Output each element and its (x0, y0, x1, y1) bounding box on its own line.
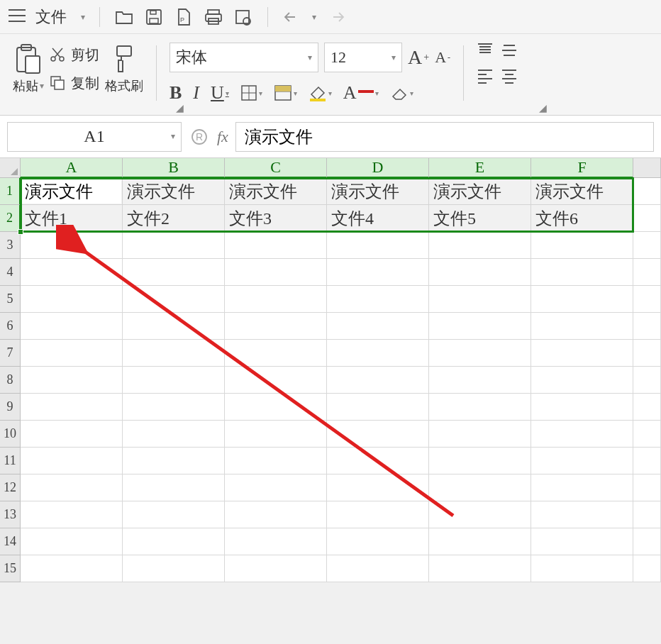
cell[interactable] (225, 394, 327, 421)
cell[interactable] (21, 394, 123, 421)
cell[interactable] (429, 474, 531, 501)
cell[interactable] (633, 340, 661, 367)
row-header[interactable]: 2 (0, 205, 21, 232)
cell[interactable]: 演示文件 (225, 178, 327, 205)
cell[interactable] (327, 232, 429, 259)
cell[interactable] (429, 421, 531, 448)
row-header[interactable]: 12 (0, 474, 21, 501)
cell[interactable] (21, 501, 123, 528)
save-icon[interactable] (144, 7, 164, 27)
cell[interactable] (531, 259, 633, 286)
cell[interactable] (633, 555, 661, 582)
cell[interactable]: 演示文件 (327, 178, 429, 205)
cell[interactable]: 文件1 (21, 205, 123, 232)
cell[interactable] (123, 286, 225, 313)
eraser-button[interactable]: ▾ (390, 85, 413, 101)
cell[interactable]: 文件6 (531, 205, 633, 232)
cell[interactable] (225, 474, 327, 501)
format-painter-button[interactable]: 格式刷 (105, 43, 143, 94)
row-header[interactable]: 7 (0, 340, 21, 367)
grow-font-button[interactable]: A+ (408, 46, 429, 69)
cell[interactable] (123, 448, 225, 474)
cell[interactable] (21, 286, 123, 313)
cell[interactable] (123, 474, 225, 501)
row-header[interactable]: 14 (0, 528, 21, 555)
cell[interactable]: 文件4 (327, 205, 429, 232)
row-header[interactable]: 4 (0, 259, 21, 286)
font-name-combo[interactable]: 宋体 ▾ (170, 43, 318, 72)
cell[interactable]: 演示文件 (21, 178, 123, 205)
cell[interactable] (633, 528, 661, 555)
cell[interactable] (327, 313, 429, 340)
row-header[interactable]: 6 (0, 313, 21, 340)
undo-icon[interactable] (282, 7, 302, 27)
cell[interactable] (327, 501, 429, 528)
cell[interactable] (225, 286, 327, 313)
row-header[interactable]: 13 (0, 501, 21, 528)
cell[interactable] (531, 286, 633, 313)
cell[interactable] (531, 474, 633, 501)
cell[interactable] (633, 178, 661, 205)
row-header[interactable]: 1 (0, 178, 21, 205)
align-middle-button[interactable] (501, 43, 518, 58)
cell[interactable] (225, 448, 327, 474)
cell[interactable]: 文件5 (429, 205, 531, 232)
font-size-combo[interactable]: 12 ▾ (324, 43, 402, 72)
cell[interactable] (429, 286, 531, 313)
row-header[interactable]: 11 (0, 448, 21, 474)
borders-button[interactable]: ▾ (240, 84, 262, 101)
cell[interactable] (123, 232, 225, 259)
cell[interactable] (21, 448, 123, 474)
cancel-formula-icon[interactable]: R (189, 126, 210, 148)
align-center-button[interactable] (501, 68, 518, 84)
cell[interactable] (21, 340, 123, 367)
cell[interactable] (123, 501, 225, 528)
cell[interactable] (633, 394, 661, 421)
column-header[interactable]: A (21, 158, 123, 178)
dialog-launcher-icon[interactable]: ◢ (539, 102, 547, 113)
cell[interactable] (225, 501, 327, 528)
cell[interactable] (21, 528, 123, 555)
cell[interactable] (429, 232, 531, 259)
cell[interactable] (225, 313, 327, 340)
cell[interactable] (429, 501, 531, 528)
cell[interactable] (531, 367, 633, 394)
cell[interactable] (21, 367, 123, 394)
cell[interactable] (531, 340, 633, 367)
cell[interactable] (21, 421, 123, 448)
cell[interactable] (633, 232, 661, 259)
font-color-button[interactable]: A▾ (343, 82, 379, 104)
column-header[interactable]: C (225, 158, 327, 178)
cell[interactable] (327, 555, 429, 582)
cell[interactable] (327, 367, 429, 394)
cell[interactable] (429, 555, 531, 582)
cell[interactable] (225, 528, 327, 555)
cell[interactable] (429, 367, 531, 394)
cell[interactable] (531, 528, 633, 555)
redo-icon[interactable] (326, 7, 346, 27)
name-box[interactable]: A1 ▾ (7, 122, 182, 152)
cell[interactable]: 演示文件 (531, 178, 633, 205)
column-header[interactable]: E (429, 158, 531, 178)
cell[interactable] (21, 474, 123, 501)
formula-input[interactable]: 演示文件 (235, 122, 654, 152)
fill-handle[interactable] (18, 229, 23, 235)
fx-label[interactable]: fx (217, 128, 228, 146)
cell[interactable] (633, 313, 661, 340)
cell[interactable] (225, 421, 327, 448)
cell[interactable] (225, 259, 327, 286)
cell[interactable] (123, 421, 225, 448)
row-header[interactable]: 3 (0, 232, 21, 259)
cell[interactable] (123, 313, 225, 340)
cell[interactable] (21, 555, 123, 582)
cell-style-button[interactable]: ▾ (274, 84, 297, 101)
align-left-button[interactable] (477, 68, 494, 84)
cell[interactable] (429, 313, 531, 340)
cell[interactable] (633, 205, 661, 232)
cell[interactable] (633, 474, 661, 501)
cell[interactable] (327, 340, 429, 367)
cell[interactable] (327, 394, 429, 421)
column-header[interactable] (633, 158, 661, 178)
export-pdf-icon[interactable]: P (174, 7, 194, 27)
cell[interactable] (225, 232, 327, 259)
